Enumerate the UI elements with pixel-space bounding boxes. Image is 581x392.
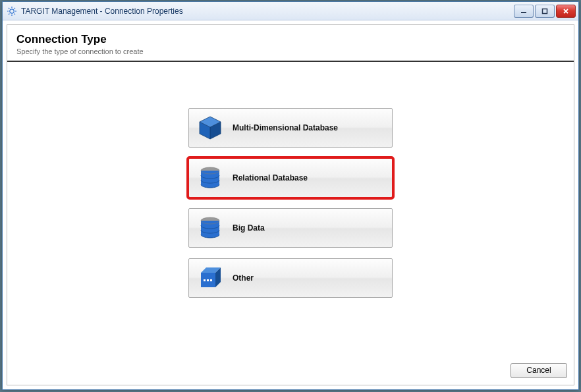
- dialog-window: TARGIT Management - Connection Propertie…: [2, 1, 579, 390]
- box-icon: [197, 265, 223, 291]
- page-title: Connection Type: [16, 33, 565, 46]
- option-label: Relational Database: [233, 173, 308, 182]
- window-title: TARGIT Management - Connection Propertie…: [21, 7, 512, 16]
- cancel-button[interactable]: Cancel: [511, 363, 567, 378]
- close-button[interactable]: [556, 5, 576, 18]
- dialog-content: Connection Type Specify the type of conn…: [7, 24, 574, 385]
- svg-rect-13: [204, 279, 206, 281]
- svg-rect-14: [207, 279, 209, 281]
- svg-rect-15: [210, 279, 212, 281]
- page-subtitle: Specify the type of connection to create: [16, 47, 565, 55]
- option-relational[interactable]: Relational Database: [188, 158, 393, 198]
- connection-type-options: Multi-Dimensional Database Relational Da…: [7, 62, 574, 358]
- titlebar: TARGIT Management - Connection Propertie…: [3, 2, 578, 20]
- window-controls: [512, 5, 576, 18]
- dialog-footer: Cancel: [7, 358, 574, 385]
- app-gear-icon: [7, 6, 17, 16]
- option-label: Other: [233, 273, 254, 283]
- database-icon: [197, 165, 223, 191]
- database-large-icon: [197, 215, 223, 241]
- svg-rect-2: [543, 9, 547, 13]
- header-block: Connection Type Specify the type of conn…: [7, 25, 574, 62]
- cube-icon: [197, 115, 223, 141]
- svg-point-0: [10, 9, 14, 13]
- option-label: Multi-Dimensional Database: [233, 123, 338, 132]
- option-multidimensional[interactable]: Multi-Dimensional Database: [188, 108, 393, 148]
- option-bigdata[interactable]: Big Data: [188, 208, 393, 248]
- minimize-button[interactable]: [514, 5, 534, 18]
- option-other[interactable]: Other: [188, 258, 393, 298]
- option-label: Big Data: [233, 223, 265, 233]
- maximize-button[interactable]: [535, 5, 555, 18]
